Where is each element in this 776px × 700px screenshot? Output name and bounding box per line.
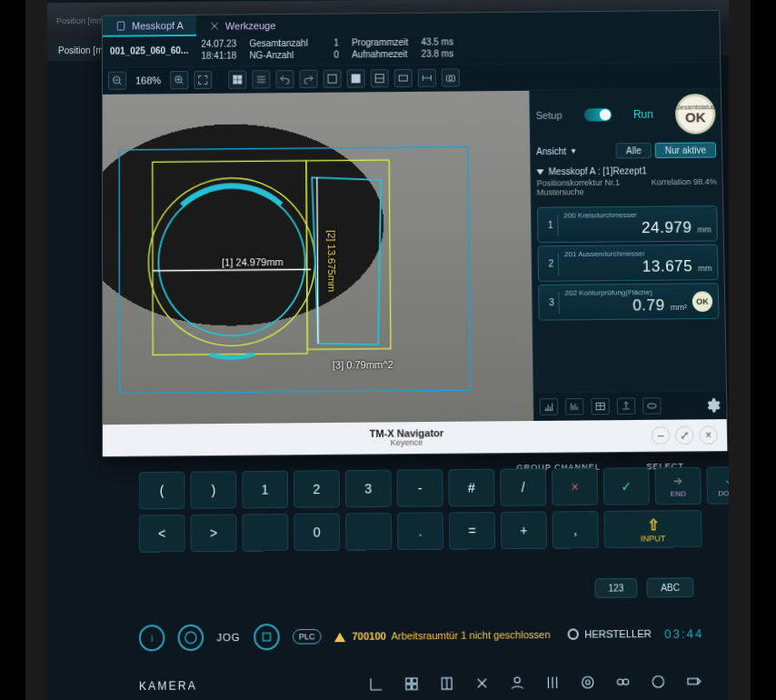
key-blank[interactable] xyxy=(242,514,288,552)
key-down[interactable]: DOWN xyxy=(706,466,751,505)
close-icon xyxy=(473,675,491,692)
tools-icon xyxy=(209,21,220,32)
ng-label: NG-Anzahl xyxy=(249,49,308,61)
key-+[interactable]: + xyxy=(501,511,547,549)
corr-label: Positionskorrektur Nr.1 Mustersuche xyxy=(537,178,621,197)
chip-all[interactable]: Alle xyxy=(616,143,652,158)
svg-rect-24 xyxy=(406,685,411,690)
measurement-card-1[interactable]: 1200 Kreisdurchmesser24.979mm xyxy=(537,205,718,243)
fit-button[interactable] xyxy=(194,71,212,89)
sliders-icon xyxy=(544,674,562,691)
btool-8[interactable] xyxy=(612,671,634,694)
capture-button[interactable] xyxy=(442,68,460,86)
toggle-overlay-button[interactable] xyxy=(642,397,662,415)
measurement-card-3[interactable]: 3202 Konturprüfung(Fläche)0.79mm²OK xyxy=(538,283,719,320)
overlay3-button[interactable] xyxy=(371,69,389,87)
btool-5[interactable] xyxy=(506,672,529,695)
measurement-caption: 200 Kreisdurchmesser xyxy=(563,211,637,220)
info-icon[interactable]: i xyxy=(139,625,165,651)
window-footer: TM-X Navigator Keyence – ⤢ × xyxy=(103,419,727,456)
dim-icon xyxy=(422,73,433,84)
key-0[interactable]: 0 xyxy=(293,514,340,552)
key-<[interactable]: < xyxy=(139,515,185,553)
close-button[interactable]: × xyxy=(699,425,718,445)
btool-2[interactable] xyxy=(401,673,423,695)
mode-abc-button[interactable]: ABC xyxy=(647,577,694,597)
jog-mode-icon[interactable] xyxy=(178,625,204,651)
btool-9[interactable] xyxy=(647,670,670,693)
key-.[interactable]: . xyxy=(397,513,443,551)
measurement-viewport[interactable]: [1] 24.979mm [2] 13.675mm [3] 0.79mm^2 xyxy=(103,91,533,425)
key-1[interactable]: 1 xyxy=(242,471,288,509)
measurement-value: 24.979 xyxy=(642,218,692,237)
key-/[interactable]: / xyxy=(500,468,546,506)
svg-point-12 xyxy=(449,76,453,80)
measurement-value: 0.79 xyxy=(632,296,665,315)
gear-icon[interactable] xyxy=(704,397,721,415)
svg-point-30 xyxy=(617,679,622,685)
chart-button[interactable] xyxy=(540,398,558,415)
redo-button[interactable] xyxy=(300,70,318,88)
camera-icon xyxy=(445,72,456,83)
target-icon xyxy=(580,674,597,691)
zoom-out-button[interactable] xyxy=(108,72,126,90)
bottom-bar: KAMERA xyxy=(139,665,705,700)
tab-messkopf-a[interactable]: Messkopf A xyxy=(103,15,196,37)
overlay1-button[interactable] xyxy=(323,70,342,88)
key-#[interactable]: # xyxy=(448,469,494,507)
minimize-button[interactable]: – xyxy=(652,426,671,445)
overlay2-button[interactable] xyxy=(347,69,365,87)
key--[interactable]: - xyxy=(397,469,443,507)
key-cancel[interactable]: × xyxy=(552,468,598,506)
svg-point-28 xyxy=(582,676,593,688)
key-confirm[interactable]: ✓ xyxy=(603,467,650,505)
overlay4-button[interactable] xyxy=(394,69,413,87)
info-date: 24.07.23 xyxy=(201,38,236,50)
zoom-in-button[interactable] xyxy=(170,71,188,89)
table-button[interactable] xyxy=(591,398,610,415)
btool-7[interactable] xyxy=(576,671,599,694)
svg-rect-3 xyxy=(234,75,237,79)
tab-label-tools: Werkzeuge xyxy=(225,20,276,31)
chevron-down-icon[interactable]: ▼ xyxy=(570,147,577,155)
export-button[interactable] xyxy=(617,397,636,415)
key-3[interactable]: 3 xyxy=(345,470,392,508)
key-2[interactable]: 2 xyxy=(293,470,340,508)
mode-123-button[interactable]: 123 xyxy=(594,578,638,598)
maximize-button[interactable]: ⤢ xyxy=(675,426,694,445)
overlay-m2-label: [2] 13.675mm xyxy=(326,230,338,292)
export-icon xyxy=(621,401,632,412)
key-,[interactable]: , xyxy=(552,511,599,549)
chip-active-only[interactable]: Nur aktive xyxy=(655,142,717,158)
alarm-text: Arbeitsraumtür 1 nicht geschlossen xyxy=(391,629,550,642)
measurement-card-2[interactable]: 2201 Aussendurchmesser13.675mm xyxy=(538,245,719,282)
hersteller-label: HERSTELLER xyxy=(584,628,652,640)
svg-rect-19 xyxy=(648,404,656,408)
run-toggle[interactable] xyxy=(584,108,612,121)
key-blank[interactable] xyxy=(345,513,392,551)
undo-button[interactable] xyxy=(276,70,294,88)
btool-6[interactable] xyxy=(542,671,564,694)
dims-button[interactable] xyxy=(418,69,436,87)
list-button[interactable] xyxy=(252,70,270,88)
key-)[interactable]: ) xyxy=(190,471,236,509)
total-label: Gesamtanzahl xyxy=(249,38,308,50)
grid-button[interactable] xyxy=(228,70,246,88)
circle-icon xyxy=(650,673,667,690)
tab-werkzeuge[interactable]: Werkzeuge xyxy=(196,15,289,36)
btool-4[interactable] xyxy=(471,672,493,695)
btool-1[interactable] xyxy=(365,673,388,695)
key-([interactable]: ( xyxy=(139,472,185,510)
program-icon[interactable] xyxy=(254,624,280,650)
alarm-message[interactable]: 700100 Arbeitsraumtür 1 nicht geschlosse… xyxy=(334,629,551,643)
key-end[interactable]: END xyxy=(655,467,701,505)
btool-3[interactable] xyxy=(435,672,458,695)
key->[interactable]: > xyxy=(191,515,237,553)
key-input[interactable]: ⇧INPUT xyxy=(603,510,701,548)
setup-label: Setup xyxy=(536,110,562,121)
key-=[interactable]: = xyxy=(449,512,495,550)
bars-button[interactable] xyxy=(565,398,584,415)
numeric-keypad: ()123-#/×✓ENDDOWN<>0.=+,⇧INPUT xyxy=(139,467,711,553)
group-caret-icon xyxy=(536,169,543,175)
btool-10[interactable] xyxy=(682,670,705,693)
